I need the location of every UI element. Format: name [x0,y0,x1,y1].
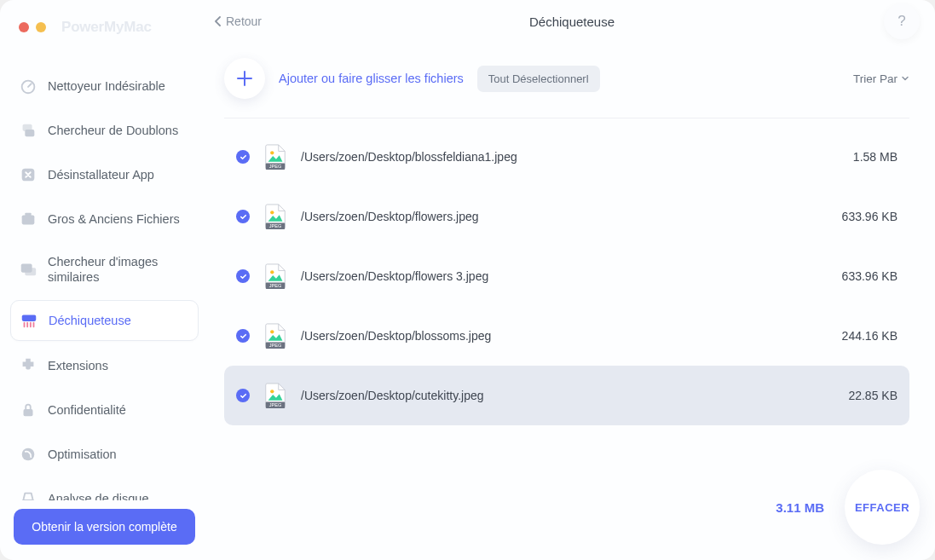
gauge-icon [19,77,38,95]
extensions-icon [19,356,38,375]
file-row[interactable]: JPEG/Users/zoen/Desktop/blossfeldiana1.j… [224,127,909,187]
sidebar-item-label: Confidentialité [48,402,126,418]
sidebar-item-shredder[interactable]: Déchiqueteuse [10,300,199,341]
file-path: /Users/zoen/Desktop/cutekitty.jpeg [301,389,834,402]
privacy-icon [19,401,38,419]
svg-text:JPEG: JPEG [269,283,282,288]
file-checkbox[interactable] [236,269,250,283]
sidebar-item-similar[interactable]: Chercheur d'images similaires [10,244,199,295]
sidebar-item-label: Gros & Anciens Fichiers [48,211,180,227]
file-row[interactable]: JPEG/Users/zoen/Desktop/cutekitty.jpeg22… [224,366,909,425]
file-size: 22.85 KB [848,389,897,402]
sidebar-item-label: Déchiqueteuse [49,313,131,328]
svg-rect-11 [22,499,35,500]
jpeg-file-icon: JPEG [263,323,287,349]
svg-rect-8 [22,315,37,321]
app-window: PowerMyMac Nettoyeur IndésirableChercheu… [0,0,935,560]
sidebar-item-duplicates[interactable]: Chercheur de Doublons [10,111,199,150]
total-size: 3.11 MB [776,500,824,515]
page-title: Déchiqueteuse [529,14,615,29]
back-label: Retour [226,14,262,28]
optimise-icon [19,445,38,464]
sort-dropdown[interactable]: Trier Par [853,72,909,85]
sidebar-item-gauge[interactable]: Nettoyeur Indésirable [10,66,199,106]
toolbar: Ajouter ou faire glisser les fichiers To… [209,43,935,99]
file-path: /Users/zoen/Desktop/flowers 3.jpeg [301,269,828,283]
sidebar-item-label: Extensions [48,358,108,373]
uninstall-icon [19,165,38,184]
svg-point-24 [270,390,274,393]
jpeg-file-icon: JPEG [263,204,287,229]
sidebar-item-label: Nettoyeur Indésirable [48,78,165,94]
sidebar-item-disk[interactable]: Analyse de disque [10,479,199,500]
add-files-button[interactable] [224,58,265,99]
svg-point-10 [22,448,35,461]
svg-rect-2 [25,130,34,136]
large-old-icon [19,210,38,228]
sidebar-nav: Nettoyeur IndésirableChercheur de Doublo… [0,66,209,500]
svg-text:JPEG: JPEG [269,223,282,228]
shredder-icon [20,311,38,330]
svg-rect-7 [25,268,36,275]
file-row[interactable]: JPEG/Users/zoen/Desktop/flowers.jpeg633.… [224,187,909,246]
erase-button[interactable]: EFFACER [845,470,920,545]
jpeg-file-icon: JPEG [263,263,287,289]
svg-point-18 [270,270,274,274]
plus-icon [235,69,254,88]
sidebar-item-large-old[interactable]: Gros & Anciens Fichiers [10,199,199,239]
window-controls [19,22,46,32]
sidebar-item-uninstall[interactable]: Désinstallateur App [10,155,199,194]
file-checkbox[interactable] [236,329,250,343]
disk-icon [19,489,38,500]
back-button[interactable]: Retour [214,14,262,28]
sidebar: PowerMyMac Nettoyeur IndésirableChercheu… [0,0,209,560]
minimize-window-button[interactable] [36,22,46,32]
sort-label: Trier Par [853,72,897,85]
svg-rect-9 [24,409,33,416]
svg-point-15 [270,211,274,214]
file-checkbox[interactable] [236,210,250,223]
chevron-left-icon [214,15,222,27]
sidebar-item-label: Optimisation [48,447,117,462]
help-icon: ? [897,13,905,30]
file-size: 244.16 KB [842,329,897,343]
file-size: 1.58 MB [853,150,897,164]
svg-rect-5 [25,213,31,216]
svg-text:JPEG: JPEG [269,164,282,169]
close-window-button[interactable] [19,22,29,32]
chevron-down-icon [901,74,909,83]
footer: 3.11 MB EFFACER [776,470,920,545]
file-checkbox[interactable] [236,389,250,402]
file-checkbox[interactable] [236,150,250,164]
sidebar-item-label: Analyse de disque [48,491,149,500]
sidebar-item-label: Chercheur d'images similaires [48,254,190,285]
svg-point-21 [270,330,274,333]
similar-icon [19,260,38,279]
help-button[interactable]: ? [884,3,920,39]
file-size: 633.96 KB [842,210,897,223]
svg-text:JPEG: JPEG [269,343,282,348]
sidebar-item-extensions[interactable]: Extensions [10,346,199,385]
topbar: Retour Déchiqueteuse ? [209,0,935,43]
file-size: 633.96 KB [842,269,897,283]
file-path: /Users/zoen/Desktop/blossoms.jpeg [301,329,828,343]
svg-text:JPEG: JPEG [269,402,282,407]
duplicates-icon [19,121,38,140]
file-row[interactable]: JPEG/Users/zoen/Desktop/blossoms.jpeg244… [224,306,909,366]
sidebar-item-label: Désinstallateur App [48,167,154,182]
jpeg-file-icon: JPEG [263,383,287,408]
file-path: /Users/zoen/Desktop/blossfeldiana1.jpeg [301,150,840,164]
sidebar-item-label: Chercheur de Doublons [48,123,178,138]
svg-point-12 [270,151,274,154]
main-pane: Retour Déchiqueteuse ? Ajouter ou faire … [209,0,935,560]
add-files-label[interactable]: Ajouter ou faire glisser les fichiers [279,72,464,85]
sidebar-item-optimise[interactable]: Optimisation [10,435,199,474]
get-full-version-button[interactable]: Obtenir la version complète [14,509,195,545]
file-row[interactable]: JPEG/Users/zoen/Desktop/flowers 3.jpeg63… [224,246,909,306]
jpeg-file-icon: JPEG [263,144,287,170]
deselect-all-button[interactable]: Tout Déselectionnerl [477,66,600,92]
titlebar: PowerMyMac [0,15,209,39]
file-path: /Users/zoen/Desktop/flowers.jpeg [301,210,828,223]
sidebar-item-privacy[interactable]: Confidentialité [10,390,199,430]
brand-name: PowerMyMac [61,19,152,36]
